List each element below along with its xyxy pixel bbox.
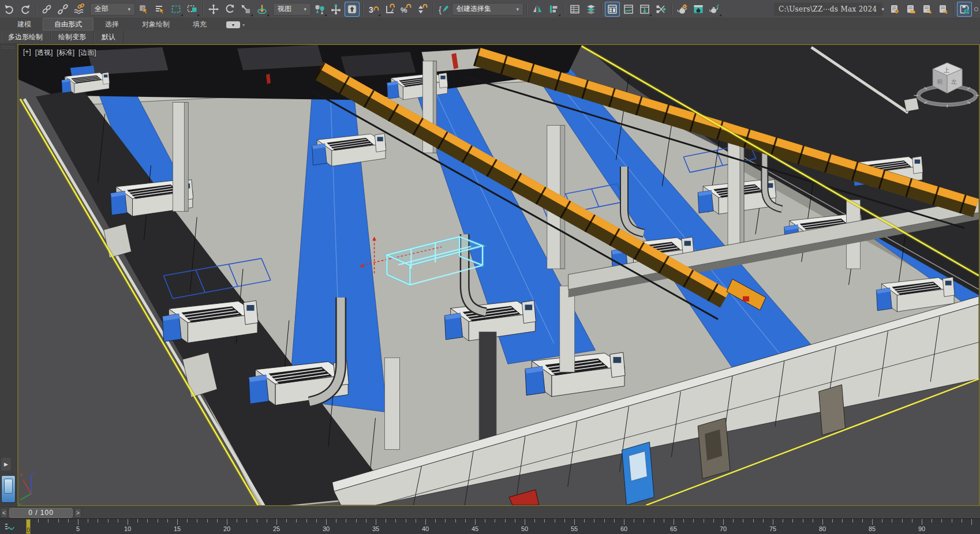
rectangular-selection-region-icon[interactable] <box>169 2 184 17</box>
tab-populate[interactable]: 填充 <box>181 18 218 31</box>
render-setup-icon[interactable] <box>675 2 690 17</box>
ruler-frame-label: 55 <box>571 525 578 532</box>
axis-y-label: y <box>18 501 21 505</box>
select-object-icon[interactable] <box>136 2 151 17</box>
select-and-manipulate-icon[interactable] <box>328 2 343 17</box>
ruler-frame-label: 15 <box>174 525 181 532</box>
axis-z-label: z <box>33 469 36 475</box>
render-production-icon[interactable] <box>707 2 722 17</box>
separator <box>431 2 435 16</box>
viewport-region: ▶ <box>0 44 980 506</box>
select-by-name-icon[interactable] <box>152 2 167 17</box>
window-crossing-toggle-icon[interactable] <box>185 2 200 17</box>
viewport-menu-general[interactable]: [+] <box>23 48 31 58</box>
current-frame-marker[interactable]: 0 <box>26 519 31 534</box>
use-center-flyout-icon[interactable] <box>312 2 327 17</box>
ruler-frame-label: 65 <box>670 525 677 532</box>
toolbar-drag-handle[interactable] <box>2 46 16 49</box>
select-and-place-icon[interactable] <box>255 2 270 17</box>
project-folder-dropdown[interactable]: C:\Users\ZZ⋯ds Max 2024 ▾ <box>774 3 882 16</box>
tab-object-paint[interactable]: 对象绘制 <box>130 18 181 31</box>
svg-text:{: { <box>439 4 442 14</box>
viewport-canvas[interactable]: 上 前 左 z x y [+] [透视] [标准] [边面] <box>17 44 980 506</box>
autobackup-toggle-icon[interactable] <box>957 2 972 17</box>
separator <box>361 2 365 16</box>
separator <box>669 2 674 16</box>
select-and-move-icon[interactable] <box>206 2 221 17</box>
chevron-down-icon: ▾ <box>881 6 884 12</box>
keyboard-shortcut-override-toggle-icon[interactable] <box>345 2 360 17</box>
next-frame-button[interactable]: > <box>74 508 81 518</box>
ruler-frame-label: 40 <box>422 525 429 532</box>
ruler-frame-label: 60 <box>620 525 627 532</box>
viewport-menu-renderer[interactable]: [标准] <box>57 48 74 58</box>
svg-text:3: 3 <box>369 5 373 14</box>
wall-blue-door <box>622 442 654 505</box>
tab-modeling[interactable]: 建模 <box>6 18 43 31</box>
viewport-layout-tab[interactable] <box>1 475 16 503</box>
ribbon-menu-caret-icon[interactable]: ▾ <box>242 22 245 28</box>
viewport-menu-shading[interactable]: [边面] <box>78 48 96 58</box>
viewport-menu-pov[interactable]: [透视] <box>35 48 53 58</box>
separator <box>525 2 529 16</box>
percent-snap-toggle-icon[interactable]: % <box>398 2 413 17</box>
ribbon-toggle-icon[interactable] <box>605 2 620 17</box>
wall-poster <box>698 418 730 479</box>
track-ruler[interactable]: 510152025303540455055606570758085900 <box>0 519 980 534</box>
scene-scripts-folder-icon[interactable] <box>903 2 918 17</box>
separator <box>562 2 566 16</box>
viewcube-right-label[interactable]: 左 <box>951 78 957 85</box>
ruler-frame-label: 75 <box>769 525 776 532</box>
redo-icon[interactable] <box>18 2 33 17</box>
scene-scripts-settings-icon[interactable] <box>887 2 902 17</box>
viewcube-top-label[interactable]: 上 <box>943 67 949 73</box>
clipped-toolbar-icon[interactable] <box>973 2 978 17</box>
spinner-snap-toggle-icon[interactable] <box>414 2 429 17</box>
curve-editor-icon[interactable] <box>621 2 636 17</box>
separator <box>34 2 38 16</box>
selection-filter-value: 全部 <box>95 4 109 14</box>
slate-material-editor-icon[interactable] <box>653 2 668 17</box>
selection-filter-dropdown[interactable]: 全部 ▾ <box>90 3 135 16</box>
subtab-defaults[interactable]: 默认 <box>94 31 124 43</box>
align-icon[interactable] <box>546 2 561 17</box>
axis-x-label: x <box>20 471 23 477</box>
time-slider-row: < 0 / 100 > <box>0 506 980 518</box>
ruler-frame-label: 10 <box>124 525 131 532</box>
angle-snap-toggle-icon[interactable] <box>382 2 397 17</box>
select-and-link-icon[interactable] <box>39 2 54 17</box>
undo-icon[interactable] <box>2 2 17 17</box>
factory-scene[interactable]: 上 前 左 z x y <box>18 45 979 505</box>
named-selection-sets-dropdown[interactable]: 创建选择集 ▾ <box>452 3 523 16</box>
ruler-frame-label: 35 <box>372 525 379 532</box>
scene-explorer-toggle-icon[interactable] <box>567 2 582 17</box>
select-and-scale-icon[interactable] <box>238 2 253 17</box>
tab-selection[interactable]: 选择 <box>93 18 130 31</box>
layer-explorer-toggle-icon[interactable] <box>583 2 599 17</box>
track-bar[interactable]: 510152025303540455055606570758085900 <box>0 518 980 534</box>
select-and-rotate-icon[interactable] <box>222 2 237 17</box>
subtab-polygon-draw[interactable]: 多边形绘制 <box>0 31 51 43</box>
scene-scripts-tree-icon[interactable] <box>936 2 951 17</box>
ribbon-sub-tabs: 多边形绘制 绘制变形 默认 <box>0 31 980 44</box>
previous-frame-button[interactable]: < <box>1 508 8 518</box>
ruler-frame-label: 50 <box>521 525 528 532</box>
unlink-selection-icon[interactable] <box>55 2 70 17</box>
snaps-toggle-3d-icon[interactable]: 3 <box>366 2 381 17</box>
subtab-paint-deform[interactable]: 绘制变形 <box>51 31 94 43</box>
bind-to-space-warp-icon[interactable] <box>72 2 87 17</box>
ruler-frame-label: 80 <box>819 525 826 532</box>
viewcube-left-label[interactable]: 前 <box>937 78 942 85</box>
schematic-view-icon[interactable] <box>637 2 652 17</box>
time-slider-thumb[interactable]: 0 / 100 <box>9 508 73 518</box>
ruler-frame-label: 90 <box>918 525 925 532</box>
ribbon-minimize-button[interactable]: ▼ <box>226 21 240 28</box>
tab-freeform[interactable]: 自由形式 <box>43 18 93 31</box>
scene-scripts-nodes-icon[interactable] <box>919 2 934 17</box>
edit-named-selection-sets-icon[interactable]: { <box>436 2 451 17</box>
rendered-frame-window-icon[interactable] <box>691 2 706 17</box>
reference-coordinate-system-dropdown[interactable]: 视图 ▾ <box>273 3 311 16</box>
sidebar-expand-button[interactable]: ▶ <box>1 458 11 471</box>
mirror-icon[interactable] <box>530 2 545 17</box>
project-path-value: C:\Users\ZZ⋯ds Max 2024 <box>779 5 877 13</box>
